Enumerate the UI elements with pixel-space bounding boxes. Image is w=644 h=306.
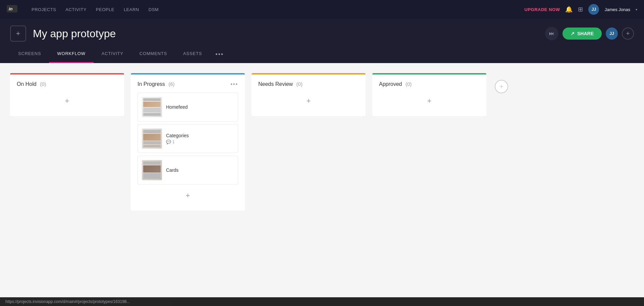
column-title-needs-review: Needs Review (0) — [258, 81, 303, 87]
project-add-button[interactable]: + — [10, 26, 26, 42]
preview-button[interactable]: ⏭ — [545, 27, 558, 40]
notification-icon[interactable]: 🔔 — [565, 6, 573, 13]
column-header-on-hold: On Hold (0) — [17, 81, 117, 87]
screen-name-categories: Categories — [166, 133, 234, 138]
column-count-needs-review: (0) — [297, 81, 303, 87]
nav-projects[interactable]: PROJECTS — [32, 7, 56, 12]
project-actions: ⏭ ↗ SHARE JJ + — [545, 27, 634, 40]
status-url: https://projects.invisionapp.com/d/main#… — [5, 299, 130, 302]
project-header: + My app prototype ⏭ ↗ SHARE JJ + SCREEN… — [0, 19, 644, 63]
screen-thumb-homefeed — [142, 97, 162, 117]
upgrade-button[interactable]: UPGRADE NOW — [525, 7, 560, 12]
column-count-on-hold: (0) — [40, 81, 46, 87]
add-collaborator-button[interactable]: + — [622, 28, 634, 40]
column-title-approved: Approved (0) — [379, 81, 412, 87]
user-dropdown-icon[interactable]: ▾ — [636, 8, 637, 11]
add-screen-in-progress[interactable]: + — [138, 187, 238, 204]
preview-icon: ⏭ — [549, 31, 554, 37]
tab-activity[interactable]: ACTIVITY — [94, 47, 131, 63]
collaborator-avatar[interactable]: JJ — [606, 28, 618, 40]
column-approved: Approved (0) + — [372, 73, 486, 292]
project-header-top: + My app prototype ⏭ ↗ SHARE JJ + — [10, 26, 634, 47]
column-needs-review: Needs Review (0) + — [252, 73, 366, 292]
column-card-on-hold: On Hold (0) + — [10, 73, 124, 116]
column-title-in-progress: In Progress (6) — [138, 81, 175, 87]
add-column-area: + — [493, 73, 510, 292]
add-column-button[interactable]: + — [495, 80, 508, 93]
column-count-in-progress: (6) — [168, 81, 174, 87]
tab-more[interactable]: ••• — [210, 47, 229, 63]
svg-text:in: in — [9, 6, 13, 11]
column-count-approved: (0) — [406, 81, 412, 87]
add-screen-approved[interactable]: + — [379, 93, 480, 109]
screen-info-categories: Categories 💬 1 — [166, 133, 234, 144]
grid-icon[interactable]: ⊞ — [578, 6, 583, 13]
screen-info-cards: Cards — [166, 167, 234, 173]
column-card-needs-review: Needs Review (0) + — [252, 73, 366, 116]
column-header-approved: Approved (0) — [379, 81, 480, 87]
column-in-progress: In Progress (6) ••• Homefeed — [131, 73, 245, 292]
nav-people[interactable]: PEOPLE — [96, 7, 114, 12]
top-navigation: in PROJECTS ACTIVITY PEOPLE LEARN DSM UP… — [0, 0, 644, 19]
column-header-in-progress: In Progress (6) ••• — [138, 81, 238, 87]
project-tabs: SCREENS WORKFLOW ACTIVITY COMMENTS ASSET… — [10, 47, 634, 63]
column-card-in-progress: In Progress (6) ••• Homefeed — [131, 73, 245, 211]
app-logo[interactable]: in — [7, 5, 17, 14]
status-bar: https://projects.invisionapp.com/d/main#… — [0, 297, 644, 302]
add-screen-needs-review[interactable]: + — [258, 93, 359, 109]
tab-comments[interactable]: COMMENTS — [131, 47, 175, 63]
screens-list-in-progress: Homefeed Categories — [138, 93, 238, 187]
column-title-on-hold: On Hold (0) — [17, 81, 46, 87]
screen-name-cards: Cards — [166, 167, 234, 173]
screen-thumb-categories — [142, 129, 162, 149]
screen-card-categories[interactable]: Categories 💬 1 — [138, 124, 238, 153]
nav-dsm[interactable]: DSM — [149, 7, 159, 12]
column-menu-in-progress[interactable]: ••• — [230, 81, 238, 87]
workflow-board: On Hold (0) + In Progress (6) ••• — [0, 63, 644, 302]
column-header-needs-review: Needs Review (0) — [258, 81, 359, 87]
nav-right: UPGRADE NOW 🔔 ⊞ JJ James Jonas ▾ — [525, 4, 637, 15]
tab-assets[interactable]: ASSETS — [175, 47, 210, 63]
screen-name-homefeed: Homefeed — [166, 104, 234, 110]
share-label: SHARE — [577, 31, 594, 36]
share-button[interactable]: ↗ SHARE — [562, 28, 602, 40]
nav-activity[interactable]: ACTIVITY — [65, 7, 87, 12]
screen-info-homefeed: Homefeed — [166, 104, 234, 110]
comment-icon-categories: 💬 — [166, 140, 171, 144]
tab-screens[interactable]: SCREENS — [10, 47, 49, 63]
screen-thumb-cards — [142, 160, 162, 180]
column-on-hold: On Hold (0) + — [10, 73, 124, 292]
add-screen-on-hold[interactable]: + — [17, 93, 117, 109]
nav-learn[interactable]: LEARN — [124, 7, 139, 12]
share-icon: ↗ — [571, 31, 575, 36]
column-card-approved: Approved (0) + — [372, 73, 486, 116]
screen-card-cards[interactable]: Cards — [138, 156, 238, 185]
user-name[interactable]: James Jonas — [604, 7, 630, 12]
screen-meta-categories: 💬 1 — [166, 140, 234, 144]
screen-card-homefeed[interactable]: Homefeed — [138, 93, 238, 121]
nav-links: PROJECTS ACTIVITY PEOPLE LEARN DSM — [32, 7, 514, 12]
user-avatar[interactable]: JJ — [588, 4, 599, 15]
project-title: My app prototype — [33, 28, 545, 40]
tab-workflow[interactable]: WORKFLOW — [49, 47, 93, 63]
comment-count-categories: 1 — [172, 140, 175, 144]
